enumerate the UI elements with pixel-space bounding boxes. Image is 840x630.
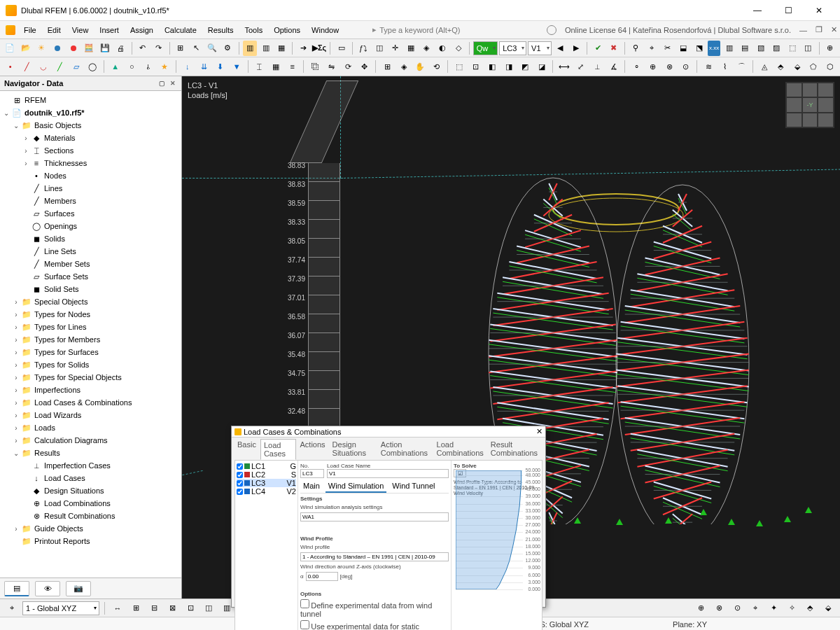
mirror-tool-icon[interactable]: ⇋	[324, 59, 340, 74]
menu-window[interactable]: Window	[306, 23, 344, 37]
tree-item[interactable]: ⌄📁Basic Objects	[0, 119, 181, 132]
view-icon[interactable]: ◈	[419, 41, 434, 56]
res-6-icon[interactable]: ◪	[534, 59, 550, 74]
dialog-tab[interactable]: Design Situations	[330, 439, 377, 460]
wd-field[interactable]: 0.00	[306, 572, 338, 581]
rotate-tool-icon[interactable]: ⟳	[340, 59, 356, 74]
st-2-icon[interactable]: ⊞	[128, 601, 144, 616]
dialog-subtab[interactable]: Wind Tunnel	[389, 480, 438, 493]
pan-icon[interactable]: ✋	[412, 59, 428, 74]
layer-icon[interactable]: ▭	[334, 41, 349, 56]
spring-tool-icon[interactable]: ⫰	[141, 59, 156, 74]
redo-button[interactable]: ↷	[151, 41, 166, 56]
dialog-close-icon[interactable]: ✕	[536, 427, 542, 436]
dialog-subtab[interactable]: Wind Simulation	[326, 480, 386, 493]
tree-item[interactable]: ›📁Calculation Diagrams	[0, 434, 181, 447]
section-tool-icon[interactable]: ⌶	[252, 59, 267, 74]
dialog-tab[interactable]: Load Cases	[260, 439, 296, 460]
hinge-tool-icon[interactable]: ○	[124, 59, 139, 74]
grid-icon[interactable]: ▦	[404, 41, 419, 56]
menu-edit[interactable]: Edit	[42, 23, 66, 37]
menu-results[interactable]: Results	[202, 23, 239, 37]
tree-item[interactable]: ⊕Load Combinations	[0, 497, 181, 510]
menubar-restore-icon[interactable]: ❐	[816, 25, 822, 34]
line-tool-icon[interactable]: ╱	[20, 59, 35, 74]
nav-tab-views[interactable]: 📷	[66, 581, 91, 596]
tree-item[interactable]: ◼Solid Sets	[0, 283, 181, 295]
surface-tool-icon[interactable]: ▱	[69, 59, 84, 74]
tree-item[interactable]: ╱Lines	[0, 182, 181, 195]
dialog-tab[interactable]: Action Combinations	[378, 439, 433, 460]
tree-item[interactable]: ›⌶Sections	[0, 144, 181, 157]
tree-item[interactable]: ⊗Result Combinations	[0, 510, 181, 522]
qw-combo[interactable]: Qw	[473, 41, 498, 55]
red-tool-icon[interactable]	[66, 41, 80, 56]
tree-item[interactable]: ›📁Imperfections	[0, 384, 181, 396]
misc-5-icon[interactable]: ≋	[701, 59, 716, 74]
dialog-lc-list[interactable]: LC1GLC2SLC3V1LC4V2	[235, 461, 298, 630]
tree-item[interactable]: ›📁Types for Lines	[0, 321, 181, 333]
iso-icon[interactable]: ◈	[396, 59, 412, 74]
origin-icon[interactable]: ⌖	[4, 601, 20, 616]
tool-g-icon[interactable]: ▤	[738, 41, 752, 56]
view-cube[interactable]: -Y	[785, 82, 834, 128]
keyword-search[interactable]: ▸	[372, 25, 477, 34]
zoom-icon[interactable]: 🔍	[205, 41, 220, 56]
tree-item[interactable]: ›◆Materials	[0, 132, 181, 144]
st-r3-icon[interactable]: ⊙	[729, 601, 745, 616]
copy-tool-icon[interactable]: ⿻	[307, 59, 323, 74]
open-file-button[interactable]: 📂	[19, 41, 34, 56]
dialog-tab[interactable]: Basic	[234, 439, 259, 460]
menu-insert[interactable]: Insert	[94, 23, 125, 37]
tree-item[interactable]: ›📁Types for Solids	[0, 358, 181, 371]
load-2-icon[interactable]: ⇊	[196, 59, 211, 74]
tool-i-icon[interactable]: ▨	[769, 41, 784, 56]
calc-icon[interactable]: 🧮	[82, 41, 97, 56]
tree-item[interactable]: ▱Surface Sets	[0, 270, 181, 283]
cs-reference-combo[interactable]: 1 - Global XYZ	[22, 601, 99, 615]
tool-b-icon[interactable]: ⌖	[645, 41, 659, 56]
tree-item[interactable]: ⟂Imperfection Cases	[0, 459, 181, 472]
misc-6-icon[interactable]: ⌇	[718, 59, 733, 74]
misc-2-icon[interactable]: ⊕	[645, 59, 661, 74]
tree-item[interactable]: ◼Solids	[0, 232, 181, 245]
lcname-field[interactable]: V1	[327, 469, 449, 478]
orbit-icon[interactable]: ⟲	[429, 59, 444, 74]
navigator-close-icon[interactable]: ✕	[169, 79, 177, 88]
tree-item[interactable]: 📁Printout Reports	[0, 535, 181, 547]
menu-file[interactable]: File	[18, 23, 42, 37]
st-5-icon[interactable]: ⊡	[183, 601, 198, 616]
menu-calculate[interactable]: Calculate	[159, 23, 202, 37]
move-tool-icon[interactable]: ✥	[357, 59, 372, 74]
misc-11-icon[interactable]: ⬠	[806, 59, 821, 74]
misc-1-icon[interactable]: ⚬	[629, 59, 644, 74]
maximize-button[interactable]: ☐	[773, 1, 804, 20]
thickness-tool-icon[interactable]: ≡	[285, 59, 300, 74]
check-button[interactable]: ✔	[591, 41, 606, 56]
dim-1-icon[interactable]: ⟷	[556, 59, 572, 74]
lc-combo[interactable]: LC3	[499, 41, 526, 55]
menu-assign[interactable]: Assign	[125, 23, 159, 37]
menu-view[interactable]: View	[66, 23, 94, 37]
misc-8-icon[interactable]: ◬	[757, 59, 772, 74]
load-cases-dialog[interactable]: Load Cases & Combinations ✕ BasicLoad Ca…	[231, 426, 546, 608]
tree-item[interactable]: ›≡Thicknesses	[0, 157, 181, 169]
cursor-icon[interactable]: ↖	[189, 41, 204, 56]
res-5-icon[interactable]: ◩	[517, 59, 533, 74]
res-2-icon[interactable]: ⊡	[468, 59, 484, 74]
dialog-subtab[interactable]: Main	[300, 480, 323, 493]
tree-item[interactable]: ›📁Guide Objects	[0, 522, 181, 535]
st-1-icon[interactable]: ↔	[110, 601, 125, 616]
arrow-icon[interactable]: ➔	[296, 41, 311, 56]
prev-lc-button[interactable]: ◀	[553, 41, 568, 56]
tree-item[interactable]: •Nodes	[0, 169, 181, 182]
load-4-icon[interactable]: ▼	[229, 59, 244, 74]
st-4-icon[interactable]: ⊠	[164, 601, 180, 616]
tool-a-icon[interactable]: ⚲	[629, 41, 643, 56]
shade-icon[interactable]: ◐	[435, 41, 450, 56]
tree-item[interactable]: ◆Design Situations	[0, 484, 181, 497]
tool-h-icon[interactable]: ▧	[753, 41, 768, 56]
panel-2-icon[interactable]: ▥	[258, 41, 273, 56]
tree-item[interactable]: ›📁Load Cases & Combinations	[0, 396, 181, 409]
tree-item[interactable]: ⌄📄doutnik_v10.rf5*	[0, 106, 181, 119]
